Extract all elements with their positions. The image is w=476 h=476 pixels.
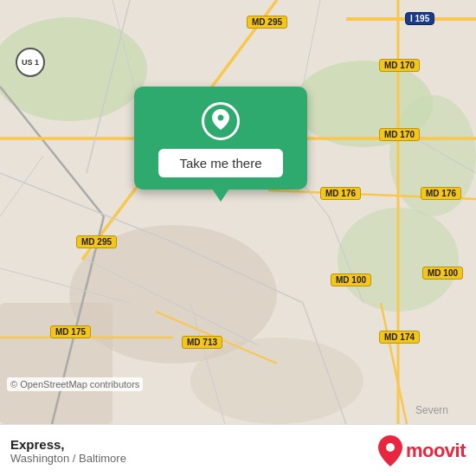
take-me-there-button[interactable]: Take me there xyxy=(158,149,282,177)
road-badge-md170-mid: MD 170 xyxy=(379,128,420,141)
road-badge-md100-far: MD 100 xyxy=(422,267,463,280)
road-badge-md176-right: MD 176 xyxy=(421,187,461,200)
popup-card: Take me there xyxy=(134,87,307,190)
location-pin-icon xyxy=(212,109,229,133)
route-location: Washington / Baltimore xyxy=(10,452,378,465)
road-badge-md170-top: MD 170 xyxy=(379,59,420,72)
road-badge-md175: MD 175 xyxy=(50,325,91,338)
road-badge-md174: MD 174 xyxy=(379,331,420,344)
svg-point-7 xyxy=(190,338,363,424)
location-icon-ring xyxy=(202,102,240,140)
map-container: Severn I 195 MD 295 US 1 MD 170 MD 100 M… xyxy=(0,0,476,424)
moovit-text: moovit xyxy=(406,440,466,462)
map-attribution: © OpenStreetMap contributors xyxy=(7,377,143,391)
moovit-logo: moovit xyxy=(378,435,466,466)
road-badge-md100-bot: MD 100 xyxy=(331,273,371,286)
svg-point-33 xyxy=(386,443,395,452)
road-badge-md713: MD 713 xyxy=(182,336,222,349)
moovit-pin-icon xyxy=(378,435,402,466)
bottom-bar: Express, Washington / Baltimore moovit xyxy=(0,424,476,476)
svg-text:Severn: Severn xyxy=(415,404,448,416)
road-badge-md295-top: MD 295 xyxy=(247,16,287,29)
route-info: Express, Washington / Baltimore xyxy=(10,437,378,465)
road-badge-us1: US 1 xyxy=(16,48,45,77)
road-badge-md176-mid: MD 176 xyxy=(320,187,361,200)
road-badge-md295-mid: MD 295 xyxy=(76,235,117,248)
route-name: Express, xyxy=(10,437,378,452)
road-badge-i195: I 195 xyxy=(405,12,434,25)
